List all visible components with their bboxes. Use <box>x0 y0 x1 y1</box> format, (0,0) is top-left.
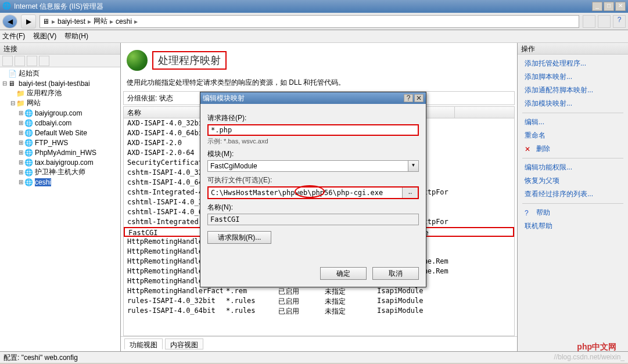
help-icon: ? <box>525 209 533 217</box>
menu-view[interactable]: 视图(V) <box>33 31 56 41</box>
action-edit-perm[interactable]: 编辑功能权限... <box>518 161 628 174</box>
tab-content-view[interactable]: 内容视图 <box>165 338 203 349</box>
back-button[interactable]: ◀ <box>2 15 17 28</box>
label-request-path: 请求路径(P): <box>207 113 419 123</box>
status-watermark: //blog.csdn.net/weixin_ <box>554 353 625 362</box>
connections-header: 连接 <box>0 43 120 55</box>
status-config: 配置: "ceshi" web.config <box>3 353 78 362</box>
hint-example: 示例: *.bas, wsvc.axd <box>207 137 419 146</box>
breadcrumb-server[interactable]: baiyi-test <box>58 17 85 26</box>
input-request-path[interactable] <box>207 124 419 136</box>
tool-help[interactable]: ? <box>613 15 626 28</box>
label-module: 模块(M): <box>207 149 419 159</box>
minimize-button[interactable]: _ <box>592 2 602 11</box>
node-site-1[interactable]: ⊞🌐baiyigroup.com <box>1 108 119 118</box>
action-add-module[interactable]: 添加模块映射... <box>518 97 628 110</box>
connections-panel: 连接 📄起始页 ⊟🖥baiyi-test (baiyi-test\bai 📁应用… <box>0 43 121 351</box>
action-delete[interactable]: ✕删除 <box>518 142 628 156</box>
label-name: 名称(N): <box>207 203 419 212</box>
action-rename[interactable]: 重命名 <box>518 129 628 142</box>
node-site-7[interactable]: ⊞🌐护卫神·主机大师 <box>1 167 119 177</box>
action-view-ordered[interactable]: 查看经过排序的列表... <box>518 188 628 201</box>
dialog-titlebar[interactable]: 编辑模块映射 ? ✕ <box>200 92 426 104</box>
dialog-close-button[interactable]: ✕ <box>414 94 424 102</box>
table-row[interactable]: rules-ISAPI-4.0_32bit*.rules已启用未指定IsapiM… <box>124 296 514 306</box>
breadcrumb[interactable]: 🖥 ▸ baiyi-test ▸ 网站 ▸ ceshi ▸ <box>40 15 579 28</box>
node-startpage[interactable]: 📄起始页 <box>1 69 119 78</box>
tool-2[interactable] <box>598 15 611 28</box>
tree-tool-3[interactable] <box>27 56 37 66</box>
edit-module-mapping-dialog: 编辑模块映射 ? ✕ 请求路径(P): 示例: *.bas, wsvc.axd … <box>200 92 426 287</box>
dialog-title: 编辑模块映射 <box>203 93 403 103</box>
app-icon: 🌐 <box>2 2 12 11</box>
menu-help[interactable]: 帮助(H) <box>64 31 88 41</box>
tree-toolbar <box>0 55 120 67</box>
nav-bar: ◀ ▶ 🖥 ▸ baiyi-test ▸ 网站 ▸ ceshi ▸ ? <box>0 13 628 30</box>
module-dropdown-icon[interactable]: ▼ <box>408 160 419 172</box>
connections-tree[interactable]: 📄起始页 ⊟🖥baiyi-test (baiyi-test\bai 📁应用程序池… <box>0 67 120 351</box>
node-apppool[interactable]: 📁应用程序池 <box>1 88 119 98</box>
input-module[interactable] <box>207 160 408 172</box>
status-bar: 配置: "ceshi" web.config //blog.csdn.net/w… <box>0 351 628 363</box>
input-name[interactable] <box>207 214 419 225</box>
action-revert[interactable]: 恢复为父项 <box>518 174 628 188</box>
action-add-wildcard[interactable]: 添加通配符脚本映射... <box>518 84 628 97</box>
menu-bar: 文件(F) 视图(V) 帮助(H) <box>0 30 628 43</box>
action-add-managed[interactable]: 添加托管处理程序... <box>518 57 628 70</box>
action-edit[interactable]: 编辑... <box>518 116 628 129</box>
page-description: 使用此功能指定处理特定请求类型的响应的资源，如 DLL 和托管代码。 <box>121 78 517 91</box>
node-site-4[interactable]: ⊞🌐FTP_HWS <box>1 138 119 147</box>
actions-header: 操作 <box>518 43 628 55</box>
table-row[interactable]: rules-ISAPI-4.0_64bit*.rules已启用未指定IsapiM… <box>124 306 514 316</box>
cancel-button[interactable]: 取消 <box>372 267 419 280</box>
window-title: Internet 信息服务 (IIS)管理器 <box>14 2 592 12</box>
tree-tool-2[interactable] <box>15 56 25 66</box>
forward-button[interactable]: ▶ <box>21 15 36 28</box>
label-executable: 可执行文件(可选)(E): <box>207 175 419 185</box>
maximize-button[interactable]: □ <box>604 2 614 11</box>
node-sites[interactable]: ⊟📁网站 <box>1 98 119 108</box>
action-online-help[interactable]: 联机帮助 <box>518 219 628 233</box>
watermark-logo: php中文网 <box>577 342 616 352</box>
page-title: 处理程序映射 <box>152 51 227 70</box>
breadcrumb-sites[interactable]: 网站 <box>94 16 107 26</box>
tab-feature-view[interactable]: 功能视图 <box>124 338 163 349</box>
title-bar: 🌐 Internet 信息服务 (IIS)管理器 _ □ ✕ <box>0 0 628 13</box>
node-site-6[interactable]: ⊞🌐tax.baiyigroup.com <box>1 157 119 167</box>
delete-icon: ✕ <box>525 145 533 153</box>
action-help[interactable]: ?帮助 <box>518 206 628 219</box>
view-tabs: 功能视图 内容视图 <box>121 336 517 351</box>
tree-tool-1[interactable] <box>2 56 13 66</box>
close-button[interactable]: ✕ <box>615 2 626 11</box>
computer-icon: 🖥 <box>42 17 49 26</box>
input-executable[interactable] <box>209 188 403 198</box>
action-add-script[interactable]: 添加脚本映射... <box>518 70 628 84</box>
node-site-2[interactable]: ⊞🌐cdbaiyi.com <box>1 118 119 128</box>
actions-panel: 操作 添加托管处理程序... 添加脚本映射... 添加通配符脚本映射... 添加… <box>518 43 628 351</box>
handler-icon <box>127 50 148 71</box>
ok-button[interactable]: 确定 <box>320 267 367 280</box>
table-row[interactable]: HttpRemotingHandlerFactor...*.rem已启用未指定I… <box>124 286 514 296</box>
tool-1[interactable] <box>583 15 595 28</box>
browse-button[interactable]: .. <box>403 188 418 198</box>
node-site-3[interactable]: ⊞🌐Default Web Site <box>1 128 119 138</box>
breadcrumb-site[interactable]: ceshi <box>116 17 132 26</box>
node-server[interactable]: ⊟🖥baiyi-test (baiyi-test\bai <box>1 78 119 88</box>
tree-tool-4[interactable] <box>39 56 49 66</box>
node-site-ceshi[interactable]: ⊞🌐ceshi <box>1 177 119 187</box>
request-restrictions-button[interactable]: 请求限制(R)... <box>207 231 271 244</box>
dialog-help-button[interactable]: ? <box>404 94 413 102</box>
node-site-5[interactable]: ⊞🌐PhpMyAdmin_HWS <box>1 147 119 157</box>
menu-file[interactable]: 文件(F) <box>2 31 25 41</box>
